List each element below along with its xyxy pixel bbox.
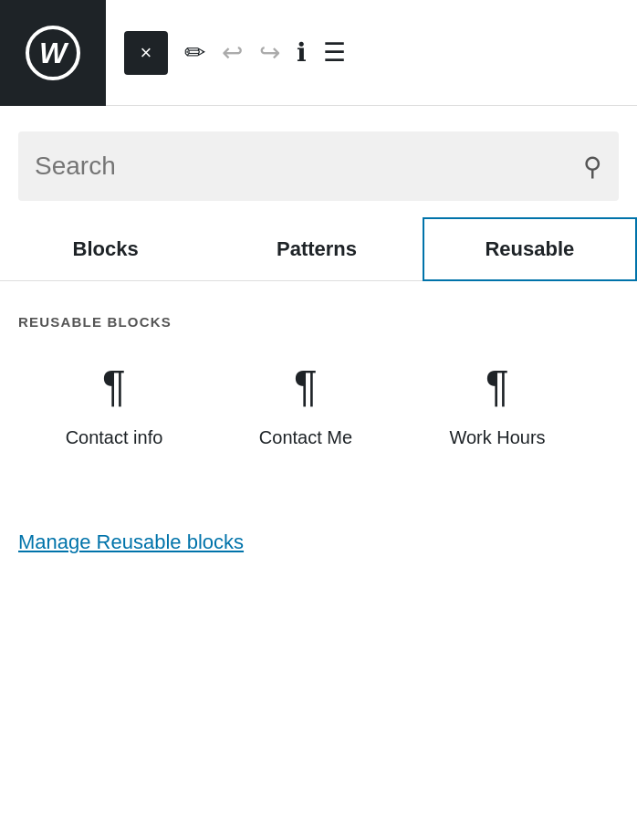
- tab-reusable[interactable]: Reusable: [423, 217, 637, 281]
- block-item-work-hours[interactable]: ¶ Work Hours: [402, 352, 593, 457]
- section-label: REUSABLE BLOCKS: [18, 314, 619, 330]
- block-label-work-hours: Work Hours: [449, 427, 545, 448]
- block-item-contact-info[interactable]: ¶ Contact info: [18, 352, 210, 457]
- search-bar: ⚲: [18, 131, 619, 201]
- blocks-grid: ¶ Contact info ¶ Contact Me ¶ Work Hours: [0, 352, 637, 457]
- toolbar: W × ✏ ↩ ↪ ℹ ☰: [0, 0, 637, 106]
- block-label-contact-me: Contact Me: [259, 427, 352, 448]
- block-icon-work-hours: ¶: [486, 361, 509, 411]
- tab-blocks[interactable]: Blocks: [0, 217, 211, 280]
- search-icon: ⚲: [583, 152, 602, 182]
- info-icon[interactable]: ℹ: [297, 37, 307, 68]
- menu-icon[interactable]: ☰: [323, 37, 346, 68]
- wp-logo-icon: W: [26, 26, 80, 80]
- undo-icon[interactable]: ↩: [222, 37, 243, 68]
- redo-icon[interactable]: ↪: [259, 37, 280, 68]
- manage-reusable-blocks-link[interactable]: Manage Reusable blocks: [18, 530, 244, 554]
- content: ⚲ Blocks Patterns Reusable REUSABLE BLOC…: [0, 131, 637, 554]
- block-label-contact-info: Contact info: [66, 427, 163, 448]
- block-item-contact-me[interactable]: ¶ Contact Me: [210, 352, 402, 457]
- edit-icon[interactable]: ✏: [184, 37, 205, 68]
- tabs: Blocks Patterns Reusable: [0, 217, 637, 281]
- wp-logo: W: [0, 0, 106, 106]
- close-button[interactable]: ×: [124, 31, 168, 75]
- block-icon-contact-me: ¶: [294, 361, 318, 411]
- toolbar-actions: × ✏ ↩ ↪ ℹ ☰: [106, 31, 364, 75]
- block-icon-contact-info: ¶: [102, 361, 126, 411]
- tab-patterns[interactable]: Patterns: [211, 217, 422, 280]
- search-input[interactable]: [35, 152, 583, 181]
